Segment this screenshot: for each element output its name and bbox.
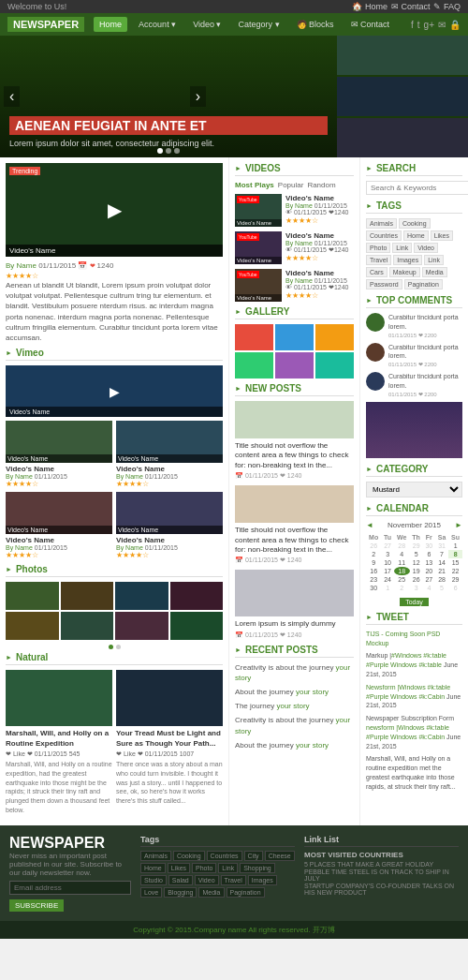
tag-video[interactable]: Video: [414, 243, 438, 253]
featured-video[interactable]: Trending ▶ Video's Name: [6, 163, 223, 257]
ftag-travel[interactable]: Travel: [221, 875, 246, 885]
featured-play-icon[interactable]: ▶: [108, 199, 122, 221]
mid-video-thumb-3[interactable]: YouTube Video's Name: [235, 269, 282, 302]
natural-thumb-1[interactable]: [6, 670, 112, 726]
nav-logo[interactable]: NEWSPAPER: [7, 17, 84, 32]
tag-cooking[interactable]: Cooking: [399, 218, 431, 229]
photo-1[interactable]: [6, 582, 59, 610]
footer-subscribe-button[interactable]: SUBSCRIBE: [9, 899, 64, 912]
tag-password[interactable]: Password: [366, 279, 402, 290]
mid-video-thumb-2[interactable]: YouTube Video's Name: [235, 231, 282, 264]
category-select[interactable]: Mustard: [366, 482, 462, 497]
vimeo-thumb-1[interactable]: Video's Name: [6, 421, 112, 463]
recent-link-1[interactable]: your story: [235, 663, 350, 682]
tag-media[interactable]: Media: [422, 267, 447, 277]
photo-3[interactable]: [115, 582, 168, 610]
cal-prev-btn[interactable]: ◄: [366, 521, 373, 529]
ftag-animals[interactable]: Animals: [140, 851, 171, 861]
today-button[interactable]: Today: [400, 598, 429, 606]
gallery-item-6[interactable]: [315, 352, 354, 379]
ftag-studio[interactable]: Studio: [140, 875, 167, 885]
nav-blocks[interactable]: 🧑 Blocks: [291, 17, 340, 32]
hero-prev-arrow[interactable]: ‹: [4, 86, 20, 107]
lock-icon[interactable]: 🔒: [449, 20, 461, 30]
vimeo-thumb-4[interactable]: Video's Name: [116, 492, 223, 534]
ftag-shopping[interactable]: Shopping: [240, 863, 275, 873]
photo-dot-2[interactable]: [116, 645, 121, 649]
tag-likes[interactable]: Likes: [431, 230, 453, 241]
gallery-item-4[interactable]: [235, 352, 273, 379]
tag-home[interactable]: Home: [403, 230, 429, 241]
photo-4[interactable]: [170, 582, 224, 610]
ftag-cheese[interactable]: Cheese: [265, 851, 295, 861]
tag-cars[interactable]: Cars: [366, 267, 388, 277]
twitter-icon[interactable]: t: [417, 20, 420, 30]
home-link[interactable]: 🏠 Home: [352, 2, 388, 11]
tag-animals[interactable]: Animals: [366, 218, 397, 229]
hero-dot-2[interactable]: [166, 148, 171, 154]
ftag-home[interactable]: Home: [140, 863, 166, 873]
photo-dot-1[interactable]: [109, 645, 113, 649]
tag-photo[interactable]: Photo: [366, 243, 390, 253]
ftag-photo[interactable]: Photo: [192, 863, 216, 873]
tag-images[interactable]: Images: [393, 255, 422, 265]
photo-7[interactable]: [115, 612, 168, 640]
ftag-images[interactable]: Images: [248, 875, 277, 885]
facebook-icon[interactable]: f: [411, 20, 414, 30]
ftag-love[interactable]: Love: [140, 887, 162, 898]
gallery-item-5[interactable]: [275, 352, 314, 379]
recent-link-2[interactable]: your story: [296, 688, 329, 696]
tag-link[interactable]: Link: [392, 243, 412, 253]
gallery-item-2[interactable]: [275, 324, 314, 350]
ftag-likes[interactable]: Likes: [168, 863, 190, 873]
photo-2[interactable]: [61, 582, 114, 610]
vimeo-thumb-3[interactable]: Video's Name: [6, 492, 112, 534]
photo-8[interactable]: [170, 612, 224, 640]
mid-video-thumb-1[interactable]: YouTube Video's Name: [235, 194, 282, 227]
hero-next-arrow[interactable]: ›: [190, 86, 206, 107]
nav-home[interactable]: Home: [94, 17, 127, 32]
recent-link-4[interactable]: your story: [235, 716, 350, 735]
cal-today[interactable]: 18: [394, 567, 410, 575]
nav-contact[interactable]: ✉ Contact: [345, 17, 396, 32]
tweet-link-4[interactable]: newsform |Windows #k:table #Purple Windo…: [366, 724, 449, 740]
vimeo-large-thumb[interactable]: ▶ Video's Name: [6, 365, 223, 417]
gallery-item-3[interactable]: [315, 324, 354, 350]
ftag-city[interactable]: City: [244, 851, 263, 861]
tab-popular[interactable]: Popular: [278, 181, 304, 189]
photo-5[interactable]: [6, 612, 59, 640]
photo-6[interactable]: [61, 612, 114, 640]
tag-pagination[interactable]: Pagination: [404, 279, 443, 290]
tweet-link-2[interactable]: #Windows #k:table #Purple Windows #k:tab…: [366, 652, 446, 668]
recent-link-5[interactable]: your story: [296, 741, 329, 750]
footer-email-input[interactable]: [9, 881, 131, 895]
nav-account[interactable]: Account ▾: [133, 17, 182, 32]
tag-link2[interactable]: Link: [424, 255, 444, 265]
vimeo-play-icon[interactable]: ▶: [110, 384, 120, 399]
tag-countries[interactable]: Countries: [366, 230, 402, 241]
ftag-media[interactable]: Media: [198, 887, 224, 898]
ftag-video[interactable]: Video: [195, 875, 219, 885]
ftag-cooking[interactable]: Cooking: [173, 851, 205, 861]
ftag-pagination[interactable]: Pagination: [227, 887, 265, 898]
search-input[interactable]: [366, 181, 468, 195]
vimeo-thumb-2[interactable]: Video's Name: [116, 421, 223, 463]
footer-link-3[interactable]: STARTUP COMPANY'S CO-FOUNDER TALKS ON HI…: [304, 883, 459, 896]
ftag-salad[interactable]: Salad: [168, 875, 193, 885]
cal-next-btn[interactable]: ►: [455, 521, 462, 529]
hero-dot-1[interactable]: [157, 148, 163, 154]
gallery-item-1[interactable]: [235, 324, 273, 350]
ftag-blogging[interactable]: Blogging: [164, 887, 197, 898]
new-post-thumb-1[interactable]: [235, 401, 354, 438]
email-icon[interactable]: ✉: [438, 20, 446, 30]
copyright-link[interactable]: 开万博: [313, 926, 335, 934]
tag-makeup[interactable]: Makeup: [389, 267, 420, 277]
footer-link-2[interactable]: PEBBLE TIME STEEL IS ON TRACK TO SHIP IN…: [304, 869, 459, 882]
faq-link[interactable]: ✎ FAQ: [433, 2, 461, 11]
ftag-link[interactable]: Link: [218, 863, 238, 873]
recent-link-3[interactable]: your story: [276, 702, 309, 710]
tag-travel[interactable]: Travel: [366, 255, 391, 265]
tab-most-plays[interactable]: Most Plays: [235, 181, 274, 189]
ftag-countries[interactable]: Countries: [207, 851, 242, 861]
nav-category[interactable]: Category ▾: [233, 17, 285, 32]
